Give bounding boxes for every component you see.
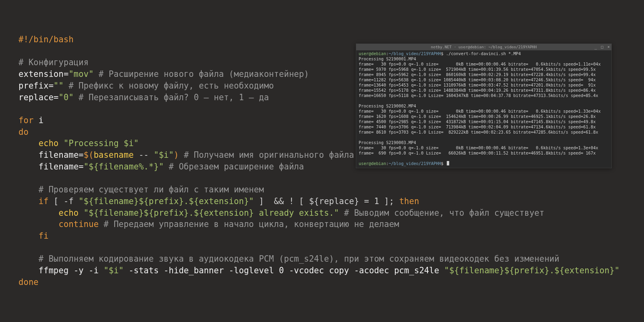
- prompt-path: ~/blog_video/219YAPHH: [388, 161, 441, 166]
- shebang-line: #!/bin/bash: [19, 35, 74, 44]
- keyword-continue: continue: [59, 219, 99, 229]
- keyword-then: then: [399, 196, 419, 206]
- comment-check: # Проверяем существует ли файл с таким и…: [39, 185, 264, 194]
- terminal-body[interactable]: user@debian:~/blog_video/219YAPHH$ ./con…: [356, 50, 611, 168]
- terminal-title: notby.NET · user@debian: ~/blog_video/21…: [358, 44, 610, 50]
- terminal-titlebar[interactable]: notby.NET · user@debian: ~/blog_video/21…: [356, 44, 611, 50]
- cmd-echo: echo: [39, 138, 59, 148]
- cmd-echo: echo: [59, 208, 79, 218]
- window-minimize-icon[interactable]: _: [594, 44, 598, 50]
- comment-config: # Конфигурация: [19, 58, 89, 67]
- keyword-done: done: [19, 277, 39, 287]
- terminal-output: Processing S2190001.MP4 frame= 30 fps=0.…: [359, 56, 601, 155]
- keyword-fi: fi: [39, 231, 49, 241]
- terminal-window[interactable]: notby.NET · user@debian: ~/blog_video/21…: [356, 43, 612, 168]
- window-maximize-icon[interactable]: □: [600, 44, 604, 50]
- prompt-userhost: user@debian: [359, 161, 386, 166]
- keyword-do: do: [19, 127, 29, 137]
- page-root: #!/bin/bash # Конфигурация extension="mo…: [0, 0, 644, 322]
- cmd-basename: basename: [94, 150, 134, 160]
- window-close-icon[interactable]: ×: [607, 44, 611, 50]
- cmd-ffmpeg: ffmpeg -y -i: [39, 266, 104, 275]
- keyword-if: if: [39, 196, 49, 206]
- keyword-for: for: [19, 116, 33, 125]
- terminal-command: ./convert-for-davinci.sh *.MP4: [446, 51, 521, 56]
- terminal-cursor-icon: [447, 161, 449, 165]
- prompt-userhost: user@debian: [359, 51, 386, 56]
- prompt-path: ~/blog_video/219YAPHH: [388, 51, 441, 56]
- comment-encode: # Выполняем кодирование звука в аудиокод…: [39, 254, 559, 264]
